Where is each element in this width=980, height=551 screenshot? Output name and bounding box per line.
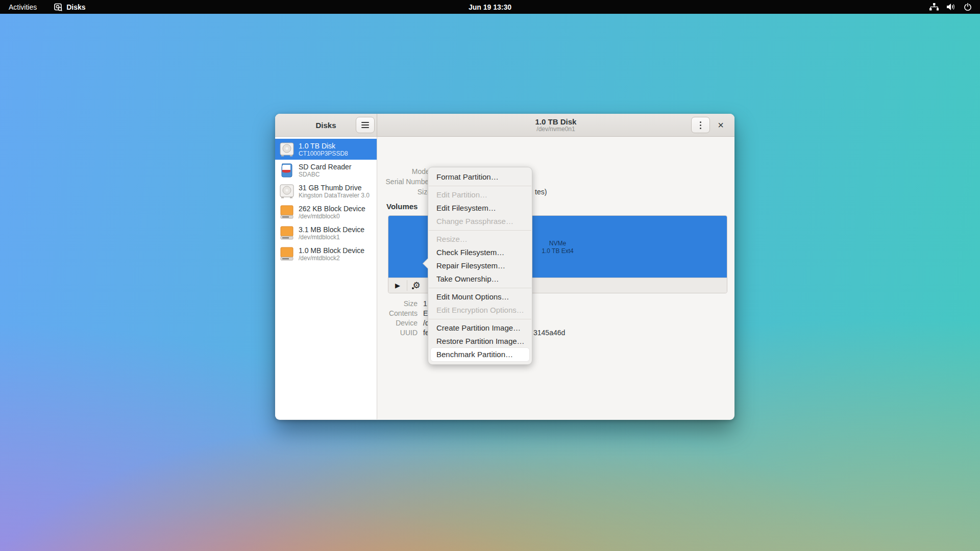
desktop-background: Activities Disks Jun 19 13:30 bbox=[0, 0, 980, 551]
menu-item-restore-partition-image[interactable]: Restore Partition Image… bbox=[428, 335, 532, 348]
disks-app-icon bbox=[54, 3, 62, 11]
main-headerbar[interactable]: 1.0 TB Disk /dev/nvme0n1 × bbox=[377, 114, 734, 137]
device-row-mtdblock2[interactable]: 1.0 MB Block Device /dev/mtdblock2 bbox=[275, 243, 377, 264]
device-title: 1.0 TB Disk bbox=[299, 142, 348, 150]
gear-icon-dot bbox=[412, 287, 414, 289]
size-value-fragment: tes) bbox=[535, 187, 547, 197]
window-title: 1.0 TB Disk bbox=[535, 117, 577, 126]
gnome-top-bar: Activities Disks Jun 19 13:30 bbox=[0, 0, 980, 14]
kebab-menu-icon bbox=[700, 121, 701, 129]
device-title: 3.1 MB Block Device bbox=[299, 226, 364, 234]
thumb-drive-icon bbox=[279, 184, 295, 199]
device-subtitle: SDABC bbox=[299, 171, 352, 178]
device-title: 262 KB Block Device bbox=[299, 205, 365, 213]
device-subtitle: /dev/mtdblock0 bbox=[299, 213, 365, 220]
menu-separator bbox=[429, 319, 531, 319]
window-subtitle: /dev/nvme0n1 bbox=[536, 126, 575, 133]
device-subtitle: /dev/mtdblock2 bbox=[299, 255, 364, 262]
vol-uuid-label: UUID bbox=[377, 328, 418, 338]
menu-item-resize: Resize… bbox=[428, 233, 532, 246]
menu-separator bbox=[429, 288, 531, 288]
menu-item-check-filesystem[interactable]: Check Filesystem… bbox=[428, 246, 532, 259]
partition-context-menu: Format Partition… Edit Partition… Edit F… bbox=[428, 167, 532, 365]
menu-item-take-ownership[interactable]: Take Ownership… bbox=[428, 272, 532, 286]
volume-icon[interactable] bbox=[947, 3, 955, 11]
clock[interactable]: Jun 19 13:30 bbox=[0, 3, 980, 11]
close-button[interactable]: × bbox=[713, 118, 728, 132]
activities-button[interactable]: Activities bbox=[9, 3, 37, 11]
model-label: Model bbox=[377, 166, 431, 177]
device-subtitle: /dev/mtdblock1 bbox=[299, 234, 364, 241]
play-icon: ▶ bbox=[395, 282, 400, 289]
hamburger-icon bbox=[361, 122, 369, 128]
focused-app-indicator[interactable]: Disks bbox=[54, 3, 85, 11]
vol-size-label: Size bbox=[377, 299, 418, 309]
volume-info-grid: Size 1.0 Contents Ex Device /d UUID fe 3… bbox=[377, 299, 433, 338]
menu-item-format-partition[interactable]: Format Partition… bbox=[428, 170, 532, 184]
serial-label: Serial Number bbox=[377, 177, 431, 187]
device-title: 31 GB Thumb Drive bbox=[299, 184, 370, 192]
block-device-icon bbox=[279, 246, 295, 262]
block-device-icon bbox=[279, 226, 295, 241]
menu-item-create-partition-image[interactable]: Create Partition Image… bbox=[428, 321, 532, 335]
device-subtitle: Kingston DataTraveler 3.0 bbox=[299, 192, 370, 199]
hard-disk-icon bbox=[279, 142, 295, 157]
menu-item-change-passphrase: Change Passphrase… bbox=[428, 215, 532, 228]
uuid-fragment-right: 3145a46d bbox=[533, 328, 565, 338]
network-wired-icon[interactable] bbox=[929, 3, 939, 11]
device-list: 1.0 TB Disk CT1000P3PSSD8 SD Card Reader… bbox=[275, 137, 377, 419]
partition-name: NVMe bbox=[549, 240, 566, 247]
partition-options-button[interactable]: ⚙ bbox=[407, 278, 426, 293]
menu-item-edit-partition: Edit Partition… bbox=[428, 188, 532, 202]
menu-item-edit-filesystem[interactable]: Edit Filesystem… bbox=[428, 202, 532, 215]
menu-separator bbox=[429, 186, 531, 186]
drive-menu-button[interactable] bbox=[691, 117, 710, 133]
device-row-thumb-drive[interactable]: 31 GB Thumb Drive Kingston DataTraveler … bbox=[275, 181, 377, 202]
size-label: Size bbox=[377, 187, 431, 197]
device-row-mtdblock0[interactable]: 262 KB Block Device /dev/mtdblock0 bbox=[275, 202, 377, 222]
block-device-icon bbox=[279, 205, 295, 220]
menu-item-benchmark-partition[interactable]: Benchmark Partition… bbox=[431, 348, 529, 361]
vol-contents-label: Contents bbox=[377, 309, 418, 318]
mount-button[interactable]: ▶ bbox=[388, 278, 407, 293]
disks-window: Disks 1.0 TB Disk /dev/nvme0n1 × bbox=[275, 114, 734, 420]
power-icon[interactable] bbox=[964, 3, 972, 11]
device-row-nvme-disk[interactable]: 1.0 TB Disk CT1000P3PSSD8 bbox=[275, 139, 377, 160]
device-subtitle: CT1000P3PSSD8 bbox=[299, 150, 348, 157]
device-row-mtdblock1[interactable]: 3.1 MB Block Device /dev/mtdblock1 bbox=[275, 222, 377, 243]
focused-app-name: Disks bbox=[66, 3, 85, 11]
sidebar-headerbar: Disks bbox=[275, 114, 377, 137]
sidebar-title: Disks bbox=[315, 121, 336, 130]
device-row-sd-card[interactable]: SD Card Reader SDABC bbox=[275, 160, 377, 181]
menu-item-edit-mount-options[interactable]: Edit Mount Options… bbox=[428, 290, 532, 304]
device-title: 1.0 MB Block Device bbox=[299, 246, 364, 255]
vol-device-label: Device bbox=[377, 318, 418, 328]
sd-card-icon bbox=[279, 163, 295, 178]
volumes-heading: Volumes bbox=[386, 202, 418, 211]
partition-desc: 1.0 TB Ext4 bbox=[542, 247, 573, 255]
menu-item-edit-encryption-options: Edit Encryption Options… bbox=[428, 304, 532, 317]
app-menu-button[interactable] bbox=[356, 117, 375, 133]
menu-separator bbox=[429, 230, 531, 231]
menu-item-repair-filesystem[interactable]: Repair Filesystem… bbox=[428, 259, 532, 272]
device-title: SD Card Reader bbox=[299, 163, 352, 171]
